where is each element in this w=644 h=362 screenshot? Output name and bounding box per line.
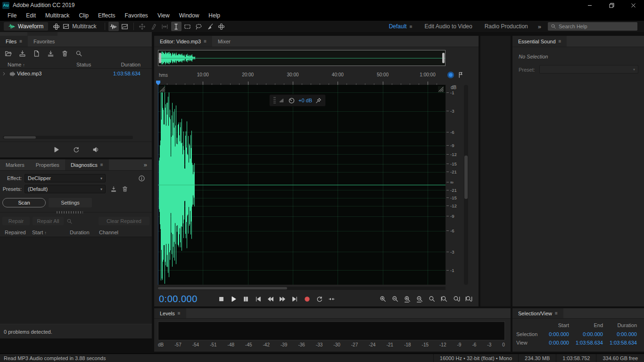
menu-multitrack[interactable]: Multitrack [41,10,74,21]
panel-menu-icon[interactable]: ≡ [204,39,206,44]
hud-drag-handle-icon[interactable] [273,97,276,104]
tab-markers[interactable]: Markers [0,159,30,170]
tab-mixer[interactable]: Mixer [212,36,236,47]
play-button[interactable] [51,145,61,155]
scan-button[interactable]: Scan [2,198,46,207]
display-splitter-handle[interactable] [438,86,444,92]
tab-essential-sound[interactable]: Essential Sound ≡ [512,36,567,47]
tab-levels[interactable]: Levels ≡ [154,308,186,318]
menu-favorites[interactable]: Favorites [120,10,153,21]
settings-button[interactable]: Settings [49,198,92,207]
minimize-button[interactable] [579,0,601,10]
rewind-button[interactable] [265,294,275,304]
workspace-overflow-icon[interactable]: » [534,23,545,30]
overview-right-handle[interactable] [442,53,445,63]
fast-forward-button[interactable] [278,294,288,304]
menu-effects[interactable]: Effects [93,10,120,21]
panel-menu-icon[interactable]: ≡ [555,311,558,316]
hud-volume-control[interactable]: +0 dB [269,94,326,107]
close-button[interactable] [622,0,644,10]
zoom-in-time-button[interactable] [403,294,413,304]
files-column-headers[interactable]: Name↑StatusDuration [0,60,152,69]
help-search[interactable] [548,22,637,31]
overview-navigator[interactable] [158,50,446,66]
time-selection-tool[interactable] [171,22,182,31]
menu-edit[interactable]: Edit [21,10,41,21]
paintbrush-selection-tool[interactable] [205,22,215,31]
scrollbar-thumb[interactable] [464,156,468,199]
zoom-in-amplitude-button[interactable] [378,294,388,304]
menu-file[interactable]: File [3,10,21,21]
tab-files[interactable]: Files≡ [0,36,28,47]
zoom-reset-button[interactable] [427,294,437,304]
level-meter[interactable] [158,321,505,340]
skip-to-start-button[interactable] [253,294,263,304]
menu-help[interactable]: Help [204,10,225,21]
repair-button[interactable]: Repair [2,217,30,225]
scrollbar-thumb[interactable] [4,136,36,139]
preset-dropdown[interactable]: ▾ [539,65,638,74]
waveform-display-toggle[interactable] [108,22,119,31]
workspace-edit-audio-to-video[interactable]: Edit Audio to Video [419,23,479,30]
zoom-to-in-point-button[interactable] [439,294,449,304]
overview-left-handle[interactable] [159,53,161,63]
workspace-radio-production[interactable]: Radio Production [479,23,534,30]
menu-view[interactable]: View [153,10,174,21]
loop-button[interactable] [314,294,324,304]
panel-menu-icon[interactable]: ≡ [100,162,103,167]
repair-all-button[interactable]: Repair All [33,217,64,225]
stop-button[interactable] [216,294,226,304]
find-repair-icon[interactable] [66,218,73,224]
presets-dropdown[interactable]: (Default) ▾ [25,185,106,193]
amplitude-scale[interactable]: dB -1-3-6-9-12-15-21∞-21-15-12-9-6-3-1 [446,85,462,285]
new-item-button[interactable] [31,49,41,58]
expand-chevron-icon[interactable] [0,71,8,76]
loop-button[interactable] [71,145,81,155]
open-file-button[interactable] [3,49,13,58]
tab-properties[interactable]: Properties [30,159,65,170]
diagnostics-column-headers[interactable]: RepairedStart↑DurationChannel [0,228,152,237]
scrollbar-thumb[interactable] [158,287,287,289]
monitoring-icon[interactable] [447,72,454,78]
move-tool[interactable] [137,22,148,31]
multitrack-mode-button[interactable]: Multitrack [48,22,101,31]
panel-menu-icon[interactable]: ≡ [178,311,181,316]
import-file-button[interactable] [17,49,27,58]
pause-button[interactable] [241,294,251,304]
play-button[interactable] [229,294,239,304]
horizontal-scrollbar[interactable] [158,287,446,290]
search-input[interactable] [559,24,635,29]
delete-preset-icon[interactable] [122,186,128,192]
tab-overflow-icon[interactable]: » [139,159,152,170]
tab-selection-view[interactable]: Selection/View ≡ [512,308,563,318]
spot-healing-brush-tool[interactable] [216,22,227,31]
zoom-to-selection-button[interactable] [464,294,474,304]
marquee-selection-tool[interactable] [182,22,193,31]
menu-window[interactable]: Window [174,10,204,21]
slip-tool[interactable] [160,22,170,31]
overview-waveform[interactable] [158,50,445,66]
record-button[interactable] [302,294,312,304]
search-button[interactable] [74,49,84,58]
clear-repaired-button[interactable]: Clear Repaired [99,217,149,225]
diagnostics-results-list[interactable] [0,237,152,324]
hud-gain-value[interactable]: +0 dB [298,98,312,103]
info-icon[interactable] [138,175,145,182]
tab-editor-video-mp3[interactable]: Editor: Video.mp3≡ [154,36,212,47]
workspace-default[interactable]: Default≡ [383,23,419,30]
vertical-scrollbar[interactable] [464,85,468,285]
panel-divider[interactable] [0,212,152,213]
pin-icon[interactable] [315,98,322,104]
workspace-menu-icon[interactable]: ≡ [410,24,413,29]
add-marker-icon[interactable] [457,72,464,78]
volume-knob-icon[interactable] [288,97,295,104]
tab-diagnostics[interactable]: Diagnostics≡ [65,159,109,170]
restore-button[interactable] [601,0,622,10]
menu-clip[interactable]: Clip [74,10,93,21]
waveform-display[interactable]: +0 dB [158,85,446,285]
lasso-selection-tool[interactable] [194,22,204,31]
waveform-canvas[interactable] [158,85,446,285]
export-button[interactable] [45,49,56,58]
effect-dropdown[interactable]: DeClipper ▾ [25,174,106,182]
skip-to-end-button[interactable] [290,294,300,304]
